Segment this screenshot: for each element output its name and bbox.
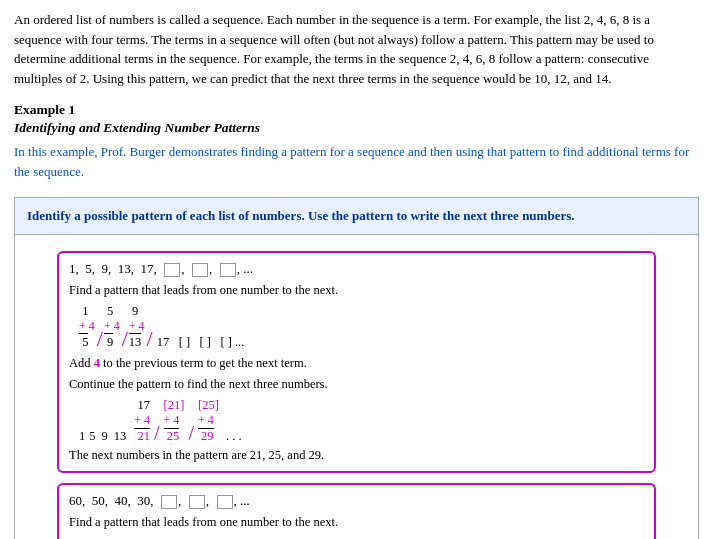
example-label: Example 1	[14, 102, 699, 118]
intro-paragraph: An ordered list of numbers is called a s…	[14, 10, 699, 88]
interactive-header: Identify a possible pattern of each list…	[15, 198, 698, 235]
example-description: In this example, Prof. Burger demonstrat…	[14, 142, 699, 181]
sequence-display-2: 60, 50, 40, 30, , , , ...	[69, 493, 644, 509]
intro-section: An ordered list of numbers is called a s…	[0, 0, 713, 96]
find-pattern-text-2: Find a pattern that leads from one numbe…	[69, 515, 644, 530]
add-explain: Add 4 to the previous term to get the ne…	[69, 356, 644, 371]
highlight-4: 4	[94, 356, 100, 370]
find-pattern-text: Find a pattern that leads from one numbe…	[69, 283, 644, 298]
blank-1[interactable]	[164, 263, 180, 277]
continue-text: Continue the pattern to find the next th…	[69, 377, 644, 392]
blank-6[interactable]	[217, 495, 233, 509]
blank-4[interactable]	[161, 495, 177, 509]
continue-pattern: 1 5 9 13 17 + 4 21 / [21] + 4	[79, 398, 634, 444]
example-subtitle: Identifying and Extending Number Pattern…	[14, 120, 699, 136]
pattern-arrows: 1 + 4 5 / 5 + 4 9 /	[79, 304, 634, 350]
blank-5[interactable]	[189, 495, 205, 509]
example-section: Example 1 Identifying and Extending Numb…	[0, 96, 713, 189]
blank-2[interactable]	[192, 263, 208, 277]
blank-3[interactable]	[220, 263, 236, 277]
panel-content-1: 1, 5, 9, 13, 17, , , , ... Find a patter…	[15, 235, 698, 540]
sequence-display-1: 1, 5, 9, 13, 17, , , , ...	[69, 261, 644, 277]
sequence-panel-2: 60, 50, 40, 30, , , , ... Find a pattern…	[57, 483, 656, 539]
result-text-1: The next numbers in the pattern are 21, …	[69, 448, 644, 463]
sequence-panel-1: 1, 5, 9, 13, 17, , , , ... Find a patter…	[57, 251, 656, 473]
interactive-area: Identify a possible pattern of each list…	[14, 197, 699, 539]
